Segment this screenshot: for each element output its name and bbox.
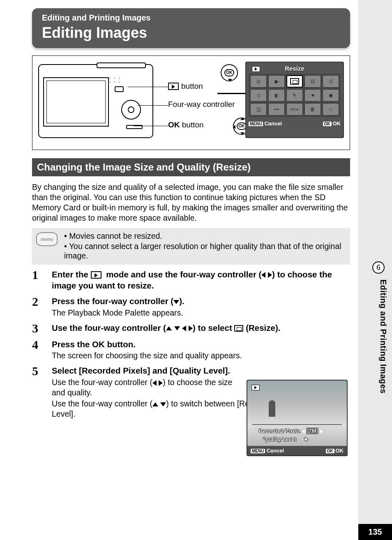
step-1: 1 Enter the mode and use the four-way co… [32,269,350,291]
cancel-label: Cancel [266,448,284,454]
left-arrow-icon [152,380,157,386]
quality-level-value: ★ [304,436,309,442]
left-arrow-icon [261,272,265,278]
page-content: Editing and Printing Images Editing Imag… [0,0,358,540]
palette-cell: ⊶ [268,103,285,115]
palette-cell: □ [323,103,339,115]
step-4: 4 Press the OK button. The screen for ch… [32,339,350,361]
side-tab: 6 Editing and Printing Images 135 [358,0,392,540]
recorded-pixels-value: 7M [306,427,318,434]
ok-text: OK [168,120,180,129]
memo-icon: memo [36,232,58,246]
down-arrow-icon [173,300,179,304]
intro-paragraph: By changing the size and quality of a se… [32,182,350,223]
page-number: 135 [358,524,392,540]
down-arrow-icon [160,402,166,406]
ok-circle-top-icon: OK [221,64,238,81]
ok-label: OK [336,448,344,454]
camera-diagram-box: ° ° °° ° ° button Four-way controller OK… [32,55,350,150]
play-button-label: button [181,82,203,91]
step-3: 3 Use the four-way controller ( ) to sel… [32,322,350,335]
lcd-title: Resize [249,65,341,72]
chapter-title: Editing and Printing Images [378,279,388,394]
palette-cell: ◫ [250,103,267,115]
breadcrumb: Editing and Printing Images [42,13,340,23]
left-arrow-icon [302,429,305,434]
ok-button-label: button [182,120,204,129]
playback-mode-icon [252,66,260,72]
palette-cell-resize [286,75,303,88]
menu-badge: MENU [251,449,265,453]
playback-icon [91,271,101,279]
ok-text: OK [92,339,105,349]
palette-cell: DPOF [286,103,303,115]
palette-grid: ◎ ▶ ⊡ ⎙ ◇ ◐ ✎ ♥ ◉ ◫ ⊶ DPOF 🗑 □ [249,74,341,117]
step-number: 4 [32,339,52,361]
quality-level-label: Quality Level [263,436,296,442]
up-arrow-icon [166,326,172,330]
palette-cell: 🗑 [304,103,321,115]
chapter-number: 6 [372,261,385,274]
palette-cell: ▶ [268,75,285,88]
ok-label: OK [333,120,341,127]
fourway-label: Four-way controller [168,100,235,109]
step-number: 5 [32,365,52,419]
step-2: 2 Press the four-way controller (). The … [32,295,350,318]
lcd-footer: MENUCancel OKOK [249,120,341,127]
down-arrow-icon [174,326,180,330]
palette-cell: ⎙ [323,75,339,88]
right-arrow-icon [189,325,193,331]
memo-box: memo Movies cannot be resized. You canno… [32,228,350,265]
screen-footer: MENUCancel OKOK [247,446,347,455]
cancel-label: Cancel [264,120,282,127]
section-heading: Changing the Image Size and Quality (Res… [32,158,350,176]
step-number: 2 [32,295,52,318]
palette-cell: ◐ [268,89,285,102]
step-number: 3 [32,322,52,335]
playback-icon [168,83,179,90]
camera-illustration: ° ° °° ° ° [38,64,161,142]
playback-mode-icon [251,385,260,390]
right-arrow-icon [320,429,323,434]
page-header: Editing and Printing Images Editing Imag… [32,8,350,48]
resize-icon [234,325,243,332]
palette-cell: ◉ [323,89,339,102]
ok-badge: OK [326,449,334,453]
menu-badge: MENU [249,122,263,126]
step-number: 1 [32,269,52,291]
memo-item: You cannot select a larger resolution or… [64,242,344,261]
right-arrow-icon [159,380,163,386]
resize-settings-screen: Recorded Pixels 7M Quality Level ★ MENUC… [247,380,348,456]
right-arrow-icon [268,272,272,278]
palette-cell: ✎ [286,89,303,102]
palette-cell: ⊡ [304,75,321,88]
ok-badge: OK [323,122,332,126]
palette-cell: ◎ [250,75,267,88]
memo-item: Movies cannot be resized. [64,231,344,241]
left-arrow-icon [182,325,186,331]
up-arrow-icon [152,402,158,406]
lcd-palette-screen: Resize ◎ ▶ ⊡ ⎙ ◇ ◐ ✎ ♥ ◉ ◫ ⊶ DPOF 🗑 □ ME… [245,62,344,138]
palette-cell: ♥ [304,89,321,102]
recorded-pixels-label: Recorded Pixels [259,428,300,434]
page-title: Editing Images [42,24,340,42]
palette-cell: ◇ [250,89,267,102]
